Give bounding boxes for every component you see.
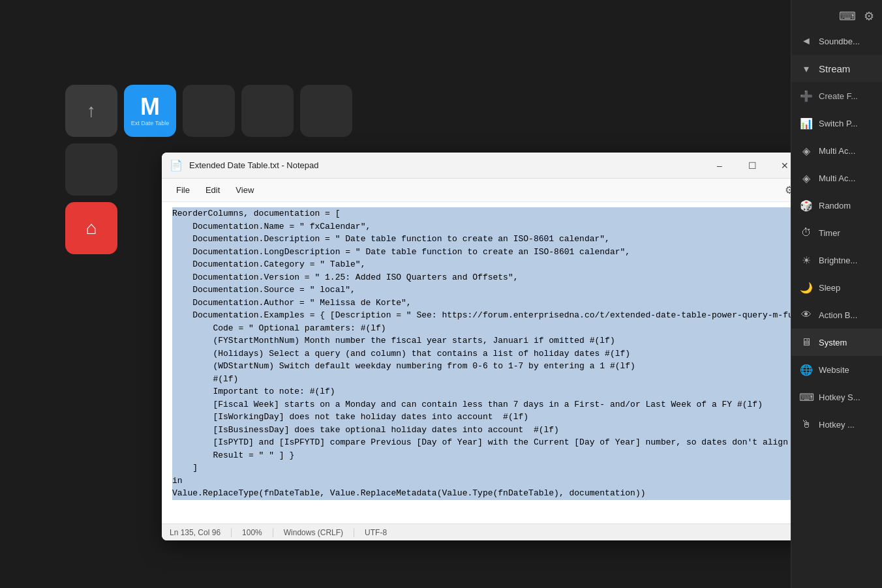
hotkey-s-label: Hotkey S... [819, 392, 860, 402]
system-icon: 🖥 [799, 335, 814, 349]
right-panel: ⌨ ⚙ ◄ Soundbe... ▾ Stream ➕ Create F... … [791, 0, 882, 588]
empty-app-2[interactable] [241, 85, 294, 137]
website-icon: 🌐 [799, 362, 814, 377]
multi-ac2-label: Multi Ac... [819, 173, 855, 183]
keyboard-top-icon[interactable]: ⌨ [839, 9, 856, 23]
panel-top: ⌨ ⚙ [791, 5, 882, 27]
multi-ac1-icon: ◈ [799, 143, 814, 158]
notepad-title: Extended Date Table.txt - Notepad [189, 160, 698, 170]
panel-item-timer[interactable]: ⏱ Timer [791, 219, 882, 246]
panel-item-create-f[interactable]: ➕ Create F... [791, 82, 882, 110]
panel-item-multi-ac2[interactable]: ◈ Multi Ac... [791, 164, 882, 192]
notepad-window: 📄 Extended Date Table.txt - Notepad – ☐ … [162, 153, 808, 540]
panel-item-website[interactable]: 🌐 Website [791, 356, 882, 383]
status-line-ending: Windows (CRLF) [273, 528, 354, 537]
soundboard-label: Soundbe... [819, 37, 860, 46]
menu-view[interactable]: View [229, 183, 260, 198]
action-b-icon: 👁 [799, 308, 814, 322]
action-b-label: Action B... [819, 310, 857, 320]
timer-icon: ⏱ [799, 226, 814, 240]
switch-icon: 📊 [799, 116, 814, 130]
status-encoding: UTF-8 [354, 528, 397, 537]
status-zoom: 100% [232, 528, 273, 537]
website-label: Website [819, 365, 849, 375]
panel-item-stream[interactable]: ▾ Stream [791, 55, 882, 82]
panel-item-action-b[interactable]: 👁 Action B... [791, 301, 882, 329]
notepad-file-icon: 📄 [170, 159, 183, 171]
create-f-label: Create F... [819, 91, 858, 101]
panel-item-sleep[interactable]: 🌙 Sleep [791, 274, 882, 301]
m-app-letter: M [140, 95, 160, 119]
menu-file[interactable]: File [170, 183, 196, 198]
notepad-menubar: File Edit View ⚙ [162, 179, 808, 202]
hotkey-icon: 🖱 [799, 417, 814, 432]
brightness-label: Brightne... [819, 256, 857, 265]
sleep-label: Sleep [819, 283, 840, 293]
upload-arrow-icon: ↑ [87, 100, 96, 121]
random-icon: 🎲 [799, 198, 814, 213]
hotkey-s-icon: ⌨ [799, 390, 814, 404]
switch-label: Switch P... [819, 119, 858, 128]
create-f-icon: ➕ [799, 89, 814, 103]
notepad-content[interactable]: ReorderColumns, documentation = [ Docume… [162, 202, 808, 523]
window-controls: – ☐ ✕ [705, 156, 800, 175]
panel-item-multi-ac1[interactable]: ◈ Multi Ac... [791, 137, 882, 164]
minimize-button[interactable]: – [705, 156, 735, 175]
home-icon-symbol: ⌂ [86, 218, 97, 239]
maximize-button[interactable]: ☐ [737, 156, 767, 175]
menu-edit[interactable]: Edit [199, 183, 226, 198]
panel-item-hotkey-s[interactable]: ⌨ Hotkey S... [791, 383, 882, 411]
status-position: Ln 135, Col 96 [170, 528, 232, 537]
notepad-code-text: ReorderColumns, documentation = [ Docume… [172, 207, 808, 500]
notepad-statusbar: Ln 135, Col 96 100% Windows (CRLF) UTF-8 [162, 523, 808, 540]
sleep-icon: 🌙 [799, 280, 814, 295]
m-app-sublabel: Ext Date Table [131, 120, 169, 126]
empty-app-3[interactable] [300, 85, 352, 137]
multi-ac2-icon: ◈ [799, 171, 814, 185]
hotkey-label: Hotkey ... [819, 420, 855, 430]
random-label: Random [819, 201, 851, 211]
soundboard-icon: ◄ [799, 34, 814, 48]
timer-label: Timer [819, 228, 840, 238]
system-label: System [819, 338, 847, 347]
multi-ac1-label: Multi Ac... [819, 146, 855, 156]
upload-icon-app[interactable]: ↑ [65, 85, 117, 137]
home-app-icon[interactable]: ⌂ [65, 202, 117, 254]
empty-app-1[interactable] [183, 85, 235, 137]
app-row-1: ↑ M Ext Date Table [65, 85, 352, 137]
panel-item-hotkey[interactable]: 🖱 Hotkey ... [791, 411, 882, 438]
panel-item-soundboard[interactable]: ◄ Soundbe... [791, 27, 882, 55]
m-app-icon[interactable]: M Ext Date Table [124, 85, 176, 137]
brightness-icon: ☀ [799, 253, 814, 267]
settings-top-icon[interactable]: ⚙ [864, 9, 874, 23]
panel-item-brightness[interactable]: ☀ Brightne... [791, 246, 882, 274]
desktop: ↑ M Ext Date Table ⌂ 📄 Extended Date Tab… [0, 0, 882, 588]
empty-app-4[interactable] [65, 143, 117, 196]
panel-item-random[interactable]: 🎲 Random [791, 192, 882, 219]
notepad-titlebar: 📄 Extended Date Table.txt - Notepad – ☐ … [162, 153, 808, 179]
stream-label: Stream [819, 63, 850, 74]
stream-expand-icon: ▾ [799, 61, 814, 76]
panel-item-system[interactable]: 🖥 System [791, 329, 882, 356]
panel-item-switch[interactable]: 📊 Switch P... [791, 110, 882, 137]
